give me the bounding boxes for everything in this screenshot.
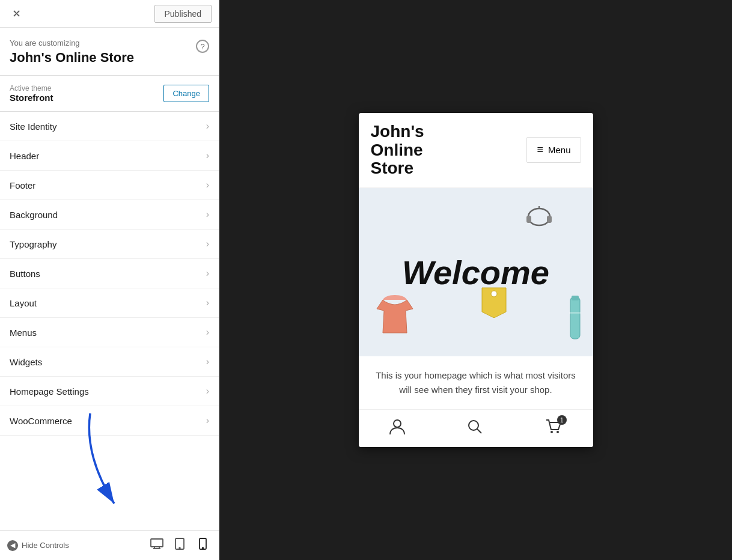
cart-badge: 1 — [557, 415, 567, 425]
svg-rect-15 — [570, 297, 580, 339]
active-theme-section: Active theme Storefront Change — [0, 76, 219, 112]
chevron-right-icon: › — [206, 386, 209, 397]
menu-item-layout[interactable]: Layout › — [0, 288, 219, 318]
chevron-right-icon: › — [206, 150, 209, 161]
chevron-right-icon: › — [206, 239, 209, 249]
store-name: John's Online Store — [10, 50, 196, 65]
close-icon: ✕ — [12, 7, 21, 20]
svg-rect-0 — [151, 539, 163, 547]
theme-name: Storefront — [10, 93, 53, 103]
theme-info: Active theme Storefront — [10, 84, 53, 103]
tshirt-illustration — [371, 294, 419, 338]
phone-description: This is your homepage which is what most… — [359, 356, 593, 409]
phone-bottom-nav: 1 — [359, 409, 593, 447]
svg-rect-16 — [572, 296, 579, 300]
change-theme-button[interactable]: Change — [163, 85, 209, 102]
chevron-right-icon: › — [206, 268, 209, 279]
phone-menu-button[interactable]: ≡ Menu — [526, 137, 581, 163]
phone-header: John'sOnlineStore ≡ Menu — [359, 113, 593, 188]
menu-item-site-identity[interactable]: Site Identity › — [0, 112, 219, 141]
search-nav-icon[interactable] — [467, 419, 483, 438]
menu-item-background[interactable]: Background › — [0, 200, 219, 230]
top-bar: ✕ Published — [0, 0, 219, 28]
customizing-label: You are customizing — [10, 38, 196, 47]
tablet-view-button[interactable] — [171, 537, 189, 555]
menu-item-label: WooCommerce — [10, 416, 72, 426]
phone-preview: John'sOnlineStore ≡ Menu — [359, 113, 593, 447]
published-button[interactable]: Published — [154, 5, 212, 23]
tag-illustration — [479, 285, 509, 320]
menu-item-widgets[interactable]: Widgets › — [0, 347, 219, 377]
chevron-right-icon: › — [206, 356, 209, 367]
menu-item-label: Homepage Settings — [10, 386, 89, 397]
account-nav-icon[interactable] — [389, 418, 405, 439]
menu-item-label: Widgets — [10, 357, 42, 367]
welcome-text: Welcome — [402, 253, 549, 292]
bottle-illustration — [563, 294, 587, 344]
svg-point-22 — [557, 431, 559, 433]
menu-item-label: Footer — [10, 180, 35, 190]
chevron-right-icon: › — [206, 327, 209, 338]
preview-area: John'sOnlineStore ≡ Menu — [219, 0, 732, 560]
close-button[interactable]: ✕ — [7, 5, 25, 23]
svg-point-18 — [394, 420, 401, 427]
mobile-view-button[interactable] — [194, 537, 212, 555]
chevron-right-icon: › — [206, 209, 209, 220]
svg-rect-10 — [526, 216, 531, 223]
bottom-bar: ◀ Hide Controls — [0, 530, 219, 560]
svg-point-21 — [551, 431, 553, 433]
svg-line-20 — [477, 429, 481, 433]
hamburger-icon: ≡ — [537, 144, 543, 156]
phone-store-title: John'sOnlineStore — [371, 123, 424, 178]
menu-item-homepage-settings[interactable]: Homepage Settings › — [0, 377, 219, 406]
hide-controls-label: Hide Controls — [22, 541, 69, 550]
tablet-icon — [175, 538, 185, 553]
chevron-right-icon: › — [206, 297, 209, 308]
hide-controls-button[interactable]: ◀ Hide Controls — [7, 540, 69, 551]
active-theme-label: Active theme — [10, 84, 53, 93]
menu-label: Menu — [548, 145, 571, 155]
menu-item-typography[interactable]: Typography › — [0, 230, 219, 259]
chevron-right-icon: › — [206, 180, 209, 190]
help-icon[interactable]: ? — [196, 40, 209, 53]
chevron-right-icon: › — [206, 415, 209, 426]
svg-point-5 — [179, 547, 180, 549]
menu-item-label: Header — [10, 151, 39, 161]
menu-item-label: Typography — [10, 239, 56, 249]
phone-hero: Welcome — [359, 188, 593, 356]
svg-rect-11 — [547, 216, 552, 223]
menu-item-header[interactable]: Header › — [0, 141, 219, 171]
desktop-icon — [150, 538, 163, 552]
svg-point-14 — [491, 291, 497, 297]
menu-list: Site Identity › Header › Footer › Backgr… — [0, 112, 219, 530]
mobile-icon — [199, 538, 207, 553]
hide-controls-circle-icon: ◀ — [7, 540, 18, 551]
menu-item-footer[interactable]: Footer › — [0, 171, 219, 200]
svg-point-19 — [469, 421, 478, 430]
menu-item-label: Background — [10, 210, 58, 220]
menu-item-menus[interactable]: Menus › — [0, 318, 219, 347]
menu-item-buttons[interactable]: Buttons › — [0, 259, 219, 288]
headphones-illustration — [521, 200, 557, 239]
menu-item-label: Site Identity — [10, 121, 56, 132]
customizing-section: You are customizing John's Online Store … — [0, 28, 219, 76]
menu-item-label: Menus — [10, 327, 37, 338]
desktop-view-button[interactable] — [148, 537, 166, 555]
chevron-right-icon: › — [206, 121, 209, 132]
customizing-text: You are customizing John's Online Store — [10, 38, 196, 65]
menu-item-woocommerce[interactable]: WooCommerce › — [0, 406, 219, 436]
sidebar: ✕ Published You are customizing John's O… — [0, 0, 219, 560]
cart-nav-icon[interactable]: 1 — [545, 419, 562, 438]
svg-point-9 — [528, 208, 550, 225]
menu-item-label: Buttons — [10, 269, 40, 279]
svg-point-7 — [202, 547, 203, 549]
svg-rect-17 — [569, 312, 581, 314]
menu-item-label: Layout — [10, 298, 37, 308]
